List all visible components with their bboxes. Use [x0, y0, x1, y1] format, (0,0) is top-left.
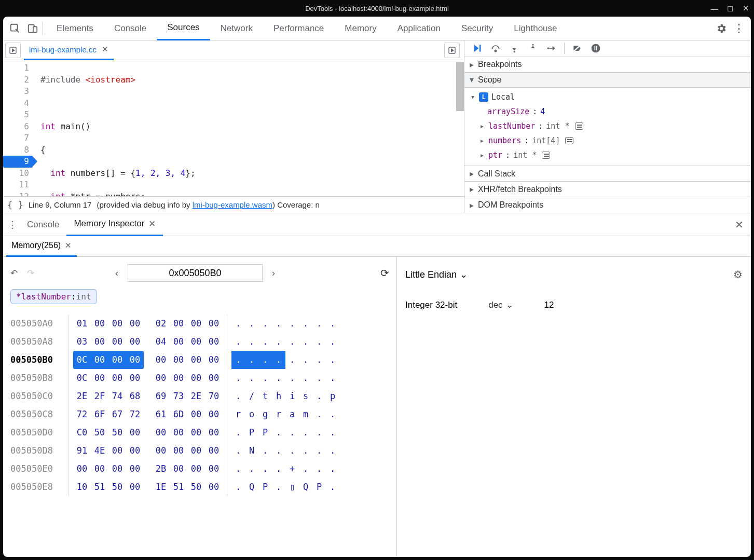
tab-sources[interactable]: Sources	[157, 17, 210, 40]
drawer-tab-console[interactable]: Console	[20, 213, 66, 236]
hex-byte[interactable]: 00	[187, 405, 205, 424]
hex-byte[interactable]: 00	[126, 424, 144, 442]
ascii-char[interactable]: .	[326, 333, 339, 351]
hex-byte[interactable]: 00	[205, 333, 223, 351]
ascii-char[interactable]: P	[258, 478, 272, 496]
hex-row[interactable]: 005050C8726F6772616D0000rogram..	[10, 405, 389, 424]
page-prev-icon[interactable]: ‹	[115, 268, 118, 279]
hex-byte[interactable]: 50	[91, 424, 108, 442]
hex-byte[interactable]: 00	[152, 442, 170, 460]
endianness-select[interactable]: Little Endian⌄	[405, 269, 468, 280]
drawer-close-icon[interactable]: ✕	[730, 218, 749, 231]
ascii-char[interactable]: .	[231, 442, 245, 460]
hex-byte[interactable]: 00	[170, 424, 187, 442]
ascii-char[interactable]: .	[258, 315, 272, 333]
memory-chip-icon[interactable]	[575, 122, 583, 130]
ascii-char[interactable]: .	[326, 405, 339, 424]
hex-byte[interactable]: 1E	[152, 478, 170, 496]
ascii-char[interactable]: .	[258, 333, 272, 351]
ascii-char[interactable]: .	[285, 442, 299, 460]
hex-byte[interactable]: 0C	[73, 351, 91, 369]
hex-byte[interactable]: 02	[152, 315, 170, 333]
hex-byte[interactable]: 51	[170, 478, 187, 496]
hex-byte[interactable]: 00	[187, 351, 205, 369]
hex-byte[interactable]: 00	[205, 442, 223, 460]
hex-byte[interactable]: 00	[205, 424, 223, 442]
ascii-char[interactable]: .	[312, 333, 326, 351]
ascii-char[interactable]: .	[326, 315, 339, 333]
hex-byte[interactable]: 00	[187, 333, 205, 351]
ascii-char[interactable]: .	[231, 424, 245, 442]
ascii-char[interactable]: .	[272, 478, 285, 496]
hex-byte[interactable]: 50	[108, 424, 126, 442]
ascii-char[interactable]: g	[258, 405, 272, 424]
hex-byte[interactable]: 73	[170, 387, 187, 405]
hex-byte[interactable]: 00	[91, 369, 108, 387]
hex-byte[interactable]: 00	[152, 351, 170, 369]
hex-byte[interactable]: 72	[126, 405, 144, 424]
scrollbar-thumb[interactable]	[456, 62, 464, 111]
more-drawer-icon[interactable]: ⋮	[5, 219, 20, 230]
tab-performance[interactable]: Performance	[263, 17, 334, 40]
ascii-char[interactable]: .	[326, 442, 339, 460]
hex-row[interactable]: 005050D0C050500000000000.PP.....	[10, 424, 389, 442]
ascii-char[interactable]: .	[312, 405, 326, 424]
tab-elements[interactable]: Elements	[46, 17, 104, 40]
hex-byte[interactable]: 00	[187, 315, 205, 333]
ascii-char[interactable]: .	[299, 369, 312, 387]
hex-byte[interactable]: 00	[205, 405, 223, 424]
ascii-char[interactable]: .	[231, 369, 245, 387]
ascii-char[interactable]: .	[231, 351, 245, 369]
hex-row[interactable]: 005050B00C00000000000000........	[10, 351, 389, 369]
section-callstack[interactable]: ▸Call Stack	[464, 166, 751, 182]
ascii-char[interactable]: .	[299, 333, 312, 351]
hex-byte[interactable]: 91	[73, 442, 91, 460]
highlight-chip[interactable]: *lastNumber: int	[10, 289, 97, 304]
hex-byte[interactable]: 00	[152, 369, 170, 387]
ascii-char[interactable]: p	[326, 387, 339, 405]
ascii-char[interactable]: .	[312, 369, 326, 387]
pause-on-exceptions-icon[interactable]	[588, 41, 603, 56]
hex-byte[interactable]: C0	[73, 424, 91, 442]
deactivate-breakpoints-icon[interactable]	[570, 41, 584, 56]
ascii-char[interactable]: .	[272, 424, 285, 442]
history-back-icon[interactable]: ↶	[10, 268, 18, 279]
more-menu-icon[interactable]: ⋮	[730, 20, 748, 37]
ascii-char[interactable]: i	[285, 387, 299, 405]
window-maximize-icon[interactable]: ◻	[726, 4, 734, 13]
hex-byte[interactable]: 00	[91, 315, 108, 333]
hex-byte[interactable]: 2F	[91, 387, 108, 405]
hex-byte[interactable]: 00	[91, 351, 108, 369]
ascii-char[interactable]: .	[258, 460, 272, 478]
ascii-char[interactable]: .	[272, 333, 285, 351]
settings-gear-icon[interactable]	[712, 20, 730, 37]
tab-security[interactable]: Security	[451, 17, 503, 40]
ascii-char[interactable]: .	[326, 369, 339, 387]
ascii-char[interactable]: .	[299, 315, 312, 333]
ascii-char[interactable]: ▯	[285, 478, 299, 496]
ascii-char[interactable]: .	[245, 333, 258, 351]
hex-byte[interactable]: 00	[126, 460, 144, 478]
scope-local-header[interactable]: ▾LLocal	[470, 90, 751, 104]
ascii-char[interactable]: .	[272, 460, 285, 478]
run-snippet-icon[interactable]	[444, 43, 460, 58]
scope-var[interactable]: ▸lastNumber: int *	[470, 119, 751, 133]
hex-byte[interactable]: 00	[152, 424, 170, 442]
hex-byte[interactable]: 00	[126, 315, 144, 333]
hex-byte[interactable]: 2B	[152, 460, 170, 478]
ascii-char[interactable]: .	[285, 315, 299, 333]
ascii-char[interactable]: .	[245, 460, 258, 478]
hex-byte[interactable]: 00	[108, 369, 126, 387]
ascii-char[interactable]: m	[299, 405, 312, 424]
hex-byte[interactable]: 10	[73, 478, 91, 496]
hex-row[interactable]: 005050A80300000004000000........	[10, 333, 389, 351]
hex-row[interactable]: 005050A00100000002000000........	[10, 315, 389, 333]
ascii-char[interactable]: .	[272, 442, 285, 460]
hex-byte[interactable]: 00	[91, 333, 108, 351]
hex-byte[interactable]: 2E	[73, 387, 91, 405]
ascii-char[interactable]: N	[245, 442, 258, 460]
hex-byte[interactable]: 6F	[91, 405, 108, 424]
address-input[interactable]	[128, 264, 263, 282]
ascii-char[interactable]: .	[299, 424, 312, 442]
hex-byte[interactable]: 00	[170, 351, 187, 369]
